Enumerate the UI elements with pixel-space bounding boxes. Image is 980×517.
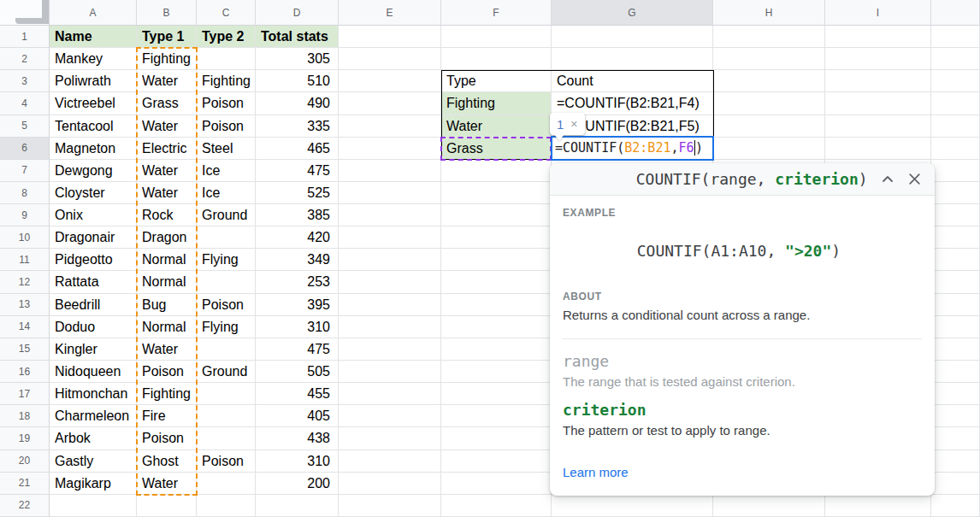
cell-D22[interactable] — [256, 495, 339, 517]
column-header-B[interactable]: B — [137, 0, 197, 26]
cell-D20[interactable] — [256, 450, 339, 473]
cell-B13[interactable] — [137, 294, 197, 316]
cell-C2[interactable] — [197, 48, 256, 70]
cell-D4[interactable] — [256, 92, 339, 115]
cell-H2[interactable] — [713, 48, 825, 70]
cell-A13[interactable] — [50, 294, 137, 316]
cell-A15[interactable] — [50, 338, 137, 361]
cell-E13[interactable] — [339, 294, 441, 316]
cell-J7[interactable] — [931, 160, 980, 182]
column-header-J[interactable] — [931, 0, 980, 26]
cell-C19[interactable] — [197, 427, 256, 449]
cell-E9[interactable] — [339, 204, 441, 226]
cell-B14[interactable] — [137, 316, 197, 338]
cell-J9[interactable] — [931, 204, 980, 226]
cell-F21[interactable] — [441, 473, 552, 495]
column-header-C[interactable]: C — [197, 0, 256, 26]
cell-editor-G6[interactable]: =COUNTIF( B2:B21 , F6 ) — [551, 136, 714, 161]
cell-D17[interactable] — [256, 383, 339, 405]
cell-A19[interactable] — [50, 427, 137, 449]
cell-E5[interactable] — [339, 115, 441, 138]
cell-E22[interactable] — [339, 495, 441, 517]
cell-J22[interactable] — [931, 495, 980, 517]
cell-J14[interactable] — [931, 316, 980, 338]
cell-B7[interactable] — [137, 160, 197, 182]
cell-F19[interactable] — [441, 427, 552, 449]
cell-E20[interactable] — [339, 450, 441, 473]
row-header-8[interactable]: 8 — [0, 182, 50, 204]
cell-E2[interactable] — [339, 48, 441, 70]
cell-B10[interactable] — [137, 226, 197, 249]
cell-F11[interactable] — [441, 249, 552, 271]
row-header-4[interactable]: 4 — [0, 92, 50, 115]
cell-D1[interactable] — [256, 26, 339, 48]
cell-H3[interactable] — [713, 70, 825, 92]
cell-D6[interactable] — [256, 138, 339, 160]
cell-A14[interactable] — [50, 316, 137, 338]
cell-C21[interactable] — [197, 473, 256, 495]
cell-F10[interactable] — [441, 226, 552, 249]
cell-E7[interactable] — [339, 160, 441, 182]
cell-F12[interactable] — [441, 271, 552, 293]
cell-F6[interactable] — [441, 138, 552, 160]
collapse-chevron-up-icon[interactable] — [880, 171, 895, 188]
cell-J15[interactable] — [931, 338, 980, 361]
cell-J21[interactable] — [931, 473, 980, 495]
cell-E17[interactable] — [339, 383, 441, 405]
cell-E18[interactable] — [339, 405, 441, 427]
cell-E4[interactable] — [339, 92, 441, 115]
cell-C4[interactable] — [197, 92, 256, 115]
cell-D12[interactable] — [256, 271, 339, 293]
cell-F2[interactable] — [441, 48, 552, 70]
row-header-18[interactable]: 18 — [0, 405, 50, 427]
row-header-21[interactable]: 21 — [0, 473, 50, 495]
cell-B19[interactable] — [137, 427, 197, 449]
cell-B20[interactable] — [137, 450, 197, 473]
cell-B6[interactable] — [137, 138, 197, 160]
cell-A11[interactable] — [50, 249, 137, 271]
row-header-15[interactable]: 15 — [0, 338, 50, 361]
column-header-A[interactable]: A — [50, 0, 137, 26]
row-header-11[interactable]: 11 — [0, 249, 50, 271]
row-header-10[interactable]: 10 — [0, 226, 50, 249]
cell-D2[interactable] — [256, 48, 339, 70]
cell-B4[interactable] — [137, 92, 197, 115]
cell-F9[interactable] — [441, 204, 552, 226]
cell-E10[interactable] — [339, 226, 441, 249]
cell-F20[interactable] — [441, 450, 552, 473]
cell-D21[interactable] — [256, 473, 339, 495]
cell-D7[interactable] — [256, 160, 339, 182]
cell-A17[interactable] — [50, 383, 137, 405]
cell-J20[interactable] — [931, 450, 980, 473]
row-header-9[interactable]: 9 — [0, 204, 50, 226]
cell-J12[interactable] — [931, 271, 980, 293]
cell-F3[interactable] — [441, 70, 552, 92]
cell-C8[interactable] — [197, 182, 256, 204]
row-header-20[interactable]: 20 — [0, 450, 50, 473]
learn-more-link[interactable]: Learn more — [563, 465, 629, 479]
cell-D10[interactable] — [256, 226, 339, 249]
cell-I5[interactable] — [825, 115, 931, 138]
cell-I3[interactable] — [825, 70, 931, 92]
cell-C13[interactable] — [197, 294, 256, 316]
row-header-22[interactable]: 22 — [0, 495, 50, 517]
cell-D9[interactable] — [256, 204, 339, 226]
cell-E11[interactable] — [339, 249, 441, 271]
cell-E21[interactable] — [339, 473, 441, 495]
cell-B22[interactable] — [137, 495, 197, 517]
row-header-12[interactable]: 12 — [0, 271, 50, 293]
cell-F14[interactable] — [441, 316, 552, 338]
cell-D8[interactable] — [256, 182, 339, 204]
cell-I22[interactable] — [825, 495, 931, 517]
cell-J8[interactable] — [931, 182, 980, 204]
row-header-6[interactable]: 6 — [0, 138, 50, 160]
cell-F1[interactable] — [441, 26, 552, 48]
cell-B18[interactable] — [137, 405, 197, 427]
cell-J1[interactable] — [931, 26, 980, 48]
row-header-13[interactable]: 13 — [0, 294, 50, 316]
cell-B3[interactable] — [137, 70, 197, 92]
column-header-I[interactable]: I — [825, 0, 931, 26]
cell-B12[interactable] — [137, 271, 197, 293]
cell-F22[interactable] — [441, 495, 552, 517]
cell-A3[interactable] — [50, 70, 137, 92]
